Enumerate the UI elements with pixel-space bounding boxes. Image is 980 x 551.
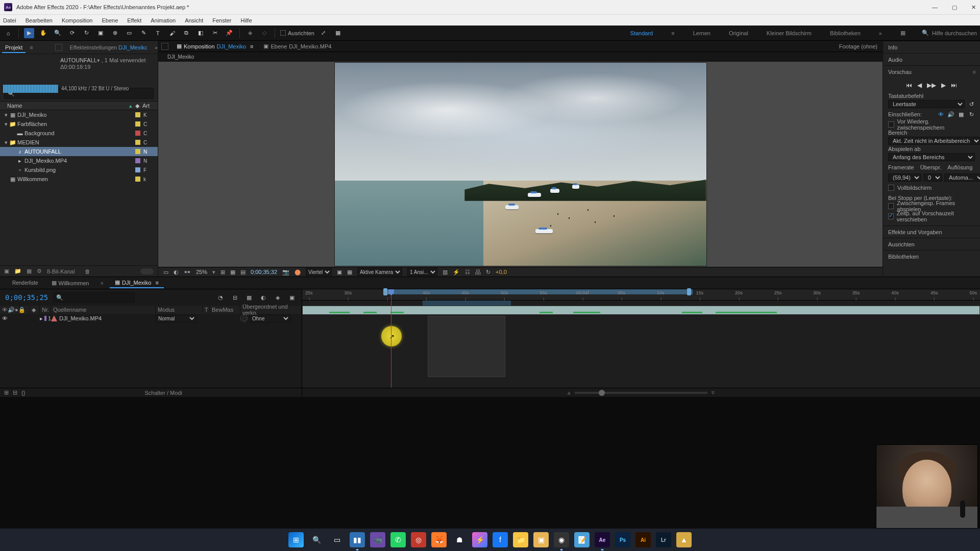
rotate-tool[interactable]: ↻ [81, 28, 91, 38]
pen-tool[interactable]: ✎ [138, 28, 149, 38]
skip-select[interactable]: 0 [923, 173, 942, 182]
roi-icon[interactable]: ▣ [337, 269, 342, 276]
project-item[interactable]: ♪AUTOUNFALLN [0, 147, 158, 156]
panel-audio-header[interactable]: Audio [883, 53, 980, 65]
play-button[interactable]: ▶▶ [927, 82, 936, 89]
timeline-zoom-slider[interactable] [575, 392, 707, 394]
framerate-select[interactable]: (59,94) [888, 173, 921, 182]
viewer-tab-footage[interactable]: Footage (ohne) [834, 41, 883, 52]
panel-menu-icon[interactable]: ≡ [30, 44, 33, 51]
last-frame-button[interactable]: ⏭ [951, 82, 957, 89]
eraser-tool[interactable]: ◧ [195, 28, 206, 38]
snap-toggle[interactable]: Ausrichten [280, 30, 314, 36]
include-overlays-icon[interactable]: ▦ [958, 111, 965, 118]
menu-animation[interactable]: Animation [151, 17, 176, 23]
cached-frames-checkbox[interactable] [888, 203, 894, 209]
tab-projekt[interactable]: Projekt [0, 42, 28, 53]
panel-menu-icon[interactable]: ≡ [973, 69, 976, 75]
label-swatch[interactable] [135, 112, 140, 117]
menu-hilfe[interactable]: Hilfe [241, 17, 252, 23]
fullscreen-checkbox[interactable] [888, 185, 894, 191]
twirl-icon[interactable]: ▸ [40, 315, 43, 322]
new-folder-icon[interactable]: 📁 [14, 268, 21, 274]
shortcut-select[interactable]: Leertaste [888, 100, 965, 108]
guides-icon[interactable]: ▤ [240, 269, 246, 276]
label-swatch[interactable] [44, 316, 46, 321]
interpret-footage-icon[interactable]: ▣ [4, 268, 9, 274]
panel-effects-presets-header[interactable]: Effekte und Vorgaben [883, 226, 980, 238]
workspace-overflow-icon[interactable]: ≡ [671, 30, 674, 36]
time-ruler[interactable]: 25s30s35s40s45s50s55s00:04f05s10s15s20s2… [302, 289, 980, 300]
workspace-grid-icon[interactable]: ▦ [900, 30, 905, 36]
next-frame-button[interactable]: ▶ [941, 82, 946, 89]
move-cti-checkbox[interactable] [888, 213, 894, 219]
viewer-lock-icon[interactable] [161, 43, 168, 50]
tab-willkommen[interactable]: ▦Willkommen [46, 278, 94, 288]
tab-menu-icon[interactable]: ≡ [155, 280, 158, 286]
workspace-more-icon[interactable]: » [879, 30, 882, 36]
snapshot-icon[interactable]: 📷 [282, 269, 289, 276]
menu-datei[interactable]: Datei [3, 17, 16, 23]
project-item[interactable]: ▸DJI_Mexiko.MP4N [0, 156, 158, 165]
project-item[interactable]: ▾📁MEDIENC [0, 138, 158, 147]
mode-1-icon[interactable]: ◆ [245, 28, 255, 38]
twirl-icon[interactable]: ▾ [3, 139, 9, 146]
shy-toggle-icon[interactable]: ◔ [216, 293, 225, 302]
timeline-search[interactable]: 🔍 [53, 292, 135, 303]
task-view-icon[interactable]: ▭ [329, 532, 345, 547]
hand-tool[interactable]: ✋ [38, 28, 48, 38]
label-swatch[interactable] [135, 167, 140, 172]
workspace-lernen[interactable]: Lernen [693, 30, 710, 36]
comp-breadcrumb[interactable]: DJI_Mexiko [158, 52, 883, 62]
tab-close-icon[interactable]: × [101, 280, 104, 286]
snap-mode-icon[interactable]: ▦ [333, 28, 343, 38]
playfrom-select[interactable]: Anfang des Bereichs [888, 153, 975, 161]
new-comp-icon[interactable]: ▦ [27, 268, 32, 274]
tab-effect-controls[interactable]: Effekteinstellungen DJI_Mexikc [64, 42, 152, 53]
panel-preview-header[interactable]: Vorschau≡ [883, 65, 980, 78]
range-select[interactable]: Akt. Zeit nicht in Arbeitsbereich [888, 137, 980, 145]
project-item[interactable]: ▾📁FarbflächenC [0, 119, 158, 129]
project-footer-toggle[interactable] [140, 268, 154, 274]
taskbar-illustrator-icon[interactable]: Ai [635, 532, 651, 547]
twirl-icon[interactable]: ▾ [3, 121, 9, 128]
taskbar-explorer-icon[interactable]: 📁 [513, 532, 528, 547]
switches-modes-label[interactable]: Schalter / Modi [144, 390, 182, 396]
loop-icon[interactable]: ↻ [968, 111, 975, 118]
pickwhip-icon[interactable] [240, 315, 248, 322]
panel-overflow-icon[interactable]: » [155, 44, 158, 51]
draft3d-icon[interactable]: ▣ [287, 293, 297, 302]
label-swatch[interactable] [135, 158, 140, 163]
close-button[interactable]: ✕ [971, 4, 976, 11]
cache-checkbox[interactable] [888, 121, 894, 128]
taskbar-obs-icon[interactable]: ◉ [554, 532, 569, 547]
zoom-tool[interactable]: 🔍 [53, 28, 63, 38]
label-swatch[interactable] [135, 140, 140, 145]
workspace-original[interactable]: Original [729, 30, 748, 36]
toggle-inout-icon[interactable]: {} [21, 390, 25, 396]
mode-2-icon[interactable]: ◇ [259, 28, 270, 38]
camera-tool[interactable]: ▣ [95, 28, 106, 38]
menu-ebene[interactable]: Ebene [102, 17, 118, 23]
viewer-timecode[interactable]: 0;00;35;32 [251, 269, 277, 275]
taskbar-whatsapp-icon[interactable]: ✆ [390, 532, 406, 547]
panel-lock-icon[interactable] [55, 44, 62, 51]
label-swatch[interactable] [135, 131, 140, 136]
label-swatch[interactable] [135, 121, 140, 127]
puppet-tool[interactable]: 📌 [224, 28, 234, 38]
tab-menu-icon[interactable]: ≡ [250, 43, 253, 49]
project-item[interactable]: ▫Kursbild.pngF [0, 165, 158, 174]
taskbar-app-2[interactable]: 📹 [370, 532, 385, 547]
label-col-icon[interactable]: ◆ [30, 306, 40, 314]
layer-clip-bar[interactable] [302, 306, 980, 315]
taskbar-app-1[interactable]: ▮▮ [350, 532, 365, 547]
label-swatch[interactable] [135, 177, 140, 182]
first-frame-button[interactable]: ⏮ [906, 82, 912, 89]
reset-icon[interactable]: ↺ [968, 101, 975, 108]
panel-libraries-header[interactable]: Bibliotheken [883, 250, 980, 262]
menu-komposition[interactable]: Komposition [62, 17, 93, 23]
project-item[interactable]: ▾▦DJI_MexikoK [0, 110, 158, 119]
anchor-tool[interactable]: ⊕ [110, 28, 120, 38]
include-audio-icon[interactable]: 🔊 [947, 111, 954, 118]
project-item[interactable]: ▦Willkommenk [0, 174, 158, 184]
